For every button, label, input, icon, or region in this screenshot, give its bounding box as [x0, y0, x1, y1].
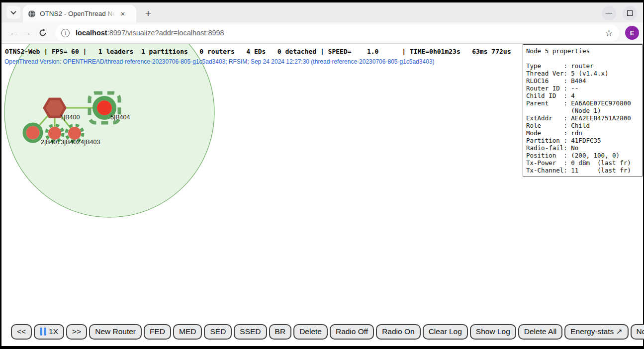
maximize-icon — [627, 10, 633, 16]
node-stats-button[interactable]: Node-stats ↗ — [631, 324, 644, 340]
panel-line: Tx-Power : 0 dBm (last fr) — [526, 159, 639, 167]
window-frame: OTNS2 - OpenThread Ne × + — ← → — [0, 0, 644, 349]
globe-favicon-icon — [28, 10, 36, 18]
ssed-button[interactable]: SSED — [234, 324, 267, 340]
tab-otns2[interactable]: OTNS2 - OpenThread Ne × — [23, 5, 136, 22]
reload-icon — [38, 28, 47, 37]
show-log-button[interactable]: Show Log — [470, 324, 516, 340]
node-5-circle[interactable] — [97, 100, 112, 115]
node-3-label: 3|B402 — [61, 139, 80, 146]
pause-speed-button[interactable]: 1X — [34, 324, 64, 340]
network-visualization: 1|B400 5|B404 2|B401 3|B402 4|B403 — [1, 44, 522, 320]
tab-title-fade — [104, 10, 115, 17]
med-button[interactable]: MED — [173, 324, 202, 340]
radio-off-button[interactable]: Radio Off — [330, 324, 374, 340]
bookmark-star-icon[interactable]: ☆ — [605, 27, 613, 39]
status-bar: OTNS2-Web | FPS= 60 | 1 leaders 1 partit… — [5, 48, 511, 55]
sed-button[interactable]: SED — [204, 324, 232, 340]
forward-button[interactable]: → — [20, 26, 33, 39]
node-4-label: 4|B403 — [81, 139, 100, 146]
speed-label: 1X — [49, 327, 58, 336]
site-info-icon[interactable]: i — [61, 29, 70, 37]
br-button[interactable]: BR — [269, 324, 292, 340]
delete-button[interactable]: Delete — [293, 324, 328, 340]
panel-line: Radio-fail: No — [526, 144, 639, 152]
panel-line: Type : router — [526, 62, 639, 70]
panel-line: ExtAddr : AEA2EEB4751A2800 — [526, 114, 639, 122]
radio-on-button[interactable]: Radio On — [376, 324, 420, 340]
panel-line: Mode : rdn — [526, 129, 639, 137]
panel-line: Role : Child — [526, 122, 639, 129]
speed-down-button[interactable]: << — [11, 324, 32, 340]
url-host: localhost — [76, 29, 107, 37]
tab-search-button[interactable] — [6, 6, 20, 19]
reload-button[interactable] — [36, 26, 49, 39]
version-line: OpenThread Version: OPENTHREAD/thread-re… — [4, 58, 435, 65]
node-2-circle[interactable] — [26, 126, 40, 140]
minimize-button[interactable]: — — [602, 6, 616, 20]
otns-canvas: 1|B400 5|B404 2|B401 3|B402 4|B403 OTNS2… — [1, 44, 643, 320]
node-properties-panel: Node 5 properties Type : router Thread V… — [523, 44, 643, 176]
browser-window: OTNS2 - OpenThread Ne × + — ← → — [1, 2, 643, 346]
panel-title: Node 5 properties — [526, 47, 639, 55]
url-text: localhost:8997/visualize?addr=localhost:… — [76, 29, 601, 37]
panel-line: Partition : 41FDFC35 — [526, 137, 639, 144]
chevron-down-icon — [10, 9, 16, 14]
panel-line: Router ID : -- — [526, 85, 639, 92]
maximize-button[interactable] — [623, 6, 637, 20]
node-4-circle[interactable] — [68, 127, 81, 140]
panel-line: Parent : EA6A0E07EC970800 — [526, 99, 639, 107]
node-5-label: 5|B404 — [110, 114, 130, 121]
fed-button[interactable]: FED — [144, 324, 171, 340]
url-path: :8997/visualize?addr=localhost:8998 — [107, 29, 224, 37]
new-router-button[interactable]: New Router — [89, 324, 142, 340]
panel-line: Thread Ver: 5 (v1.4.x) — [526, 70, 639, 77]
node-2-label: 2|B401 — [41, 139, 60, 146]
panel-line: (Node 1) — [526, 107, 639, 114]
speed-up-button[interactable]: >> — [66, 324, 87, 340]
back-button[interactable]: ← — [7, 26, 20, 39]
panel-gap — [526, 55, 639, 62]
address-bar[interactable]: i localhost:8997/visualize?addr=localhos… — [55, 24, 619, 41]
panel-line: Child ID : 4 — [526, 92, 639, 99]
delete-all-button[interactable]: Delete All — [518, 324, 562, 340]
tab-strip: OTNS2 - OpenThread Ne × + — — [1, 2, 643, 22]
new-tab-button[interactable]: + — [141, 6, 155, 20]
energy-stats-button[interactable]: Energy-stats ↗ — [564, 324, 628, 340]
node-1-label: 1|B400 — [60, 114, 80, 121]
pause-icon — [40, 328, 46, 336]
panel-line: Position : (200, 100, 0) — [526, 152, 639, 159]
node-3-circle[interactable] — [48, 127, 61, 140]
clear-log-button[interactable]: Clear Log — [423, 324, 468, 340]
control-bar: << 1X >> New Router FED MED SED SSED BR … — [1, 320, 643, 346]
window-controls: — — [602, 6, 637, 20]
tab-close-icon[interactable]: × — [118, 9, 127, 18]
minimize-icon: — — [606, 9, 612, 16]
browser-toolbar: ← → i localhost:8997/visualize?addr=loca… — [1, 22, 643, 43]
tab-title: OTNS2 - OpenThread Ne — [40, 10, 115, 17]
panel-line: RLOC16 : B404 — [526, 77, 639, 85]
panel-line: Tx-Channel: 11 (last fr) — [526, 167, 639, 174]
profile-avatar[interactable]: E — [625, 26, 639, 40]
